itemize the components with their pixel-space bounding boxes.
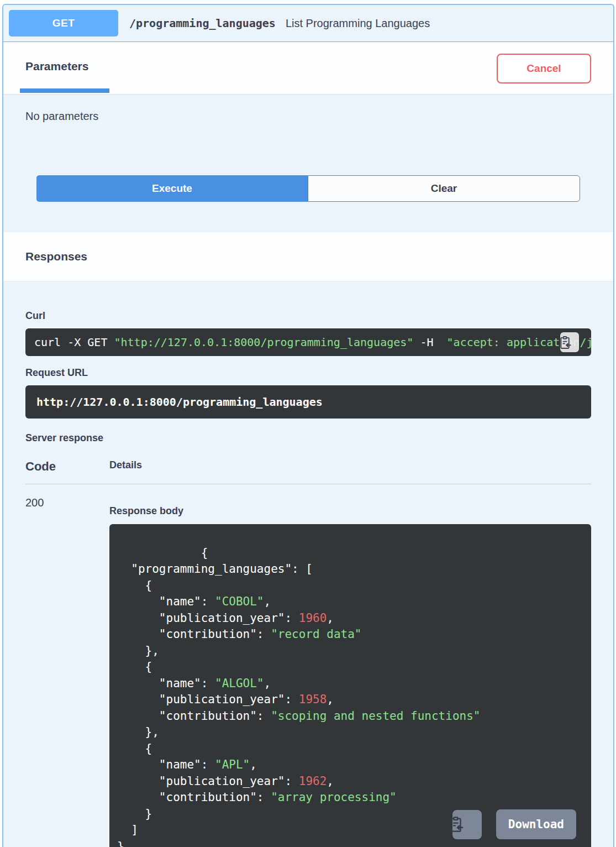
copy-response-button[interactable] [452,810,482,839]
response-body-json: { "programming_languages": [ { "name": "… [117,546,480,847]
curl-command-block: curl -X GET "http://127.0.0.1:8000/progr… [25,328,591,356]
responses-title: Responses [25,250,591,263]
request-url-label: Request URL [25,367,591,379]
curl-label: Curl [25,310,591,322]
responses-body: Curl curl -X GET "http://127.0.0.1:8000/… [3,310,613,847]
parameters-section-header: Parameters Cancel [3,42,613,95]
endpoint-description: List Programming Languages [286,17,430,30]
responses-section-header: Responses [3,232,613,281]
server-response-label: Server response [25,432,591,444]
details-column-header: Details [109,459,142,474]
no-parameters-text: No parameters [25,110,591,123]
response-body-actions: Download [452,809,576,839]
operation-block-get: GET /programming_languages List Programm… [2,4,614,847]
endpoint-path: /programming_languages [129,17,276,30]
tab-parameters[interactable]: Parameters [25,60,88,73]
copy-curl-button[interactable] [560,332,579,352]
response-table-header: Code Details [25,459,591,484]
tab-active-underline [20,88,109,93]
curl-command-text: curl -X GET "http://127.0.0.1:8000/progr… [34,336,591,349]
execute-row: Execute Clear [25,175,591,202]
operation-summary[interactable]: GET /programming_languages List Programm… [3,5,613,42]
clipboard-copy-icon [449,799,486,847]
server-response-table: Code Details 200 Response body { "progra… [25,459,591,847]
response-table-row: 200 Response body { "programming_languag… [25,484,591,847]
http-method-badge[interactable]: GET [9,10,118,36]
clear-button[interactable]: Clear [308,175,580,202]
execute-button[interactable]: Execute [36,175,308,202]
status-code: 200 [25,484,109,847]
request-url-text: http://127.0.0.1:8000/programming_langua… [36,395,323,409]
cancel-button[interactable]: Cancel [497,54,591,83]
parameters-body: No parameters Execute Clear [3,95,613,232]
code-column-header: Code [25,459,109,474]
response-details-cell: Response body { "programming_languages":… [109,484,591,847]
response-body-block: { "programming_languages": [ { "name": "… [109,524,591,847]
download-button[interactable]: Download [496,809,576,839]
request-url-block: http://127.0.0.1:8000/programming_langua… [25,385,591,419]
clipboard-copy-icon [559,328,580,356]
response-body-label: Response body [109,505,591,517]
